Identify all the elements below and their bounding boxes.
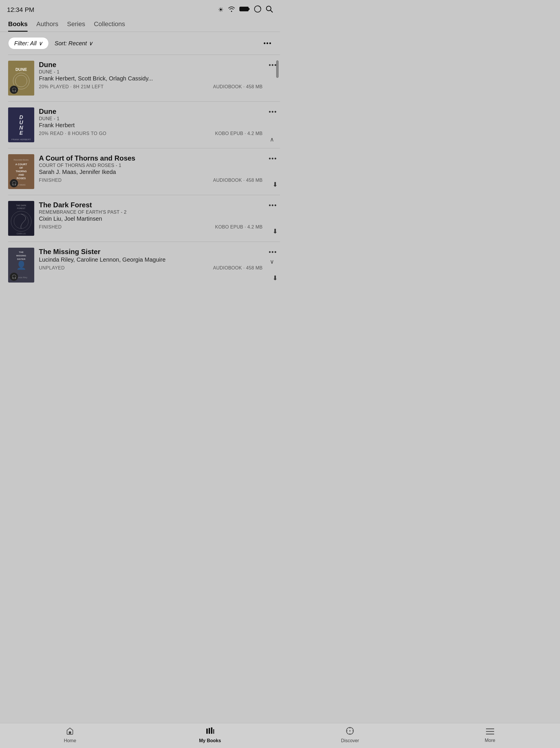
book-format-dune-epub: KOBO EPUB · 4.2 MB [215,131,263,136]
book-series-dark-forest: REMEMBRANCE OF EARTH'S PAST - 2 [39,210,263,215]
book-format-missing-sister: AUDIOBOOK · 458 MB [213,265,263,271]
book-item-missing-sister[interactable]: THE MISSING SISTER 👤 Lucinda Riley 🎧 The… [8,241,280,288]
nav-tabs: Books Authors Series Collections [0,18,280,32]
book-meta-dune-audio: 20% PLAYED · 8H 21M LEFT AUDIOBOOK · 458… [39,84,263,89]
book-item-dune-epub[interactable]: D U N E FRANK HERBERT Dune DUNE - 1 Fran… [8,101,280,148]
sort-button[interactable]: Sort: Recent ∨ [54,40,93,47]
book-info-dune-audio: Dune DUNE - 1 Frank Herbert, Scott Brick… [39,61,263,89]
book-title-dark-forest: The Dark Forest [39,201,263,209]
book-cover-missing-sister: THE MISSING SISTER 👤 Lucinda Riley 🎧 [8,248,34,283]
svg-text:CIXIN LIU: CIXIN LIU [17,233,26,235]
book-list: DUNE 🎧 Dune DUNE - 1 Frank Herbert, Scot… [0,54,280,288]
svg-text:OF: OF [20,166,23,169]
book-status-dune-epub: 20% READ · 8 HOURS TO GO [39,131,106,136]
book-author-dark-forest: Cixin Liu, Joel Martinsen [39,215,263,222]
svg-text:FRANK HERBERT: FRANK HERBERT [11,138,31,141]
book-cover-dark-forest: THE DARK FOREST CIXIN LIU [8,201,34,236]
svg-text:MISSING: MISSING [16,254,26,257]
book-cover-dune-audio: DUNE 🎧 [8,61,34,96]
tab-authors[interactable]: Authors [36,20,58,32]
book-format-dune-audio: AUDIOBOOK · 458 MB [213,84,263,89]
book-author-missing-sister: Lucinda Riley, Caroline Lennon, Georgia … [39,256,263,263]
svg-text:👤: 👤 [16,260,26,270]
svg-text:FOREST: FOREST [17,207,26,209]
book-info-dark-forest: The Dark Forest REMEMBRANCE OF EARTH'S P… [39,201,263,230]
filter-row: Filter: All ∨ Sort: Recent ∨ ••• [0,32,280,54]
sort-label: Sort: Recent [54,40,87,47]
tab-series[interactable]: Series [67,20,85,32]
book-author-acotar: Sarah J. Maas, Jennifer Ikeda [39,169,263,176]
svg-rect-0 [240,7,248,11]
status-bar: 12:34 PM ☀ [0,0,280,18]
book-series-acotar: COURT OF THORNS AND ROSES - 1 [39,163,263,168]
tab-books[interactable]: Books [8,20,28,32]
book-info-acotar: A Court of Thorns and Roses COURT OF THO… [39,154,263,183]
filter-label: Filter: All [14,40,36,47]
book-format-acotar: AUDIOBOOK · 458 MB [213,178,263,183]
book-item-dark-forest[interactable]: THE DARK FOREST CIXIN LIU The Dark Fores… [8,195,280,241]
search-icon[interactable] [266,5,273,15]
book-item-acotar[interactable]: Recorded Books A COURT OF THORNS AND ROS… [8,148,280,195]
svg-text:AND: AND [18,173,24,176]
book-author-dune-audio: Frank Herbert, Scott Brick, Orlagh Cassi… [39,75,263,82]
audio-badge-dune: 🎧 [10,86,18,94]
book-format-dark-forest: KOBO EPUB · 4.2 MB [215,225,263,230]
svg-text:E: E [20,130,23,136]
svg-text:D: D [20,114,23,120]
filter-chevron-icon: ∨ [38,40,43,47]
svg-text:THE: THE [19,251,24,254]
book-author-dune-epub: Frank Herbert [39,122,263,128]
book-meta-dark-forest: FINISHED KOBO EPUB · 4.2 MB [39,225,263,230]
book-info-dune-epub: Dune DUNE - 1 Frank Herbert 20% READ · 8… [39,108,263,136]
book-status-acotar: FINISHED [39,178,62,183]
book-item-dune-audio[interactable]: DUNE 🎧 Dune DUNE - 1 Frank Herbert, Scot… [8,54,280,101]
book-status-dune-audio: 20% PLAYED · 8H 21M LEFT [39,84,104,89]
status-icons: ☀ [218,5,273,15]
svg-line-4 [270,10,272,12]
svg-text:A COURT: A COURT [16,163,27,166]
audio-badge-missing-sister: 🎧 [10,273,18,281]
more-options-button[interactable]: ••• [264,40,272,47]
svg-rect-1 [248,8,249,10]
book-series-dune-epub: DUNE - 1 [39,116,263,121]
book-status-dark-forest: FINISHED [39,225,62,230]
svg-text:N: N [20,125,24,131]
sort-chevron-icon: ∨ [89,40,93,47]
chevron-up-icon[interactable]: ∧ [270,136,274,143]
book-cover-dune-epub: D U N E FRANK HERBERT [8,108,34,142]
book-series-dune-audio: DUNE - 1 [39,69,263,75]
book-title-dune-epub: Dune [39,108,263,116]
brightness-icon: ☀ [218,6,224,14]
svg-text:SISTER: SISTER [17,258,26,260]
status-time: 12:34 PM [7,6,34,14]
svg-text:SJ MAAS: SJ MAAS [17,184,26,186]
sync-icon[interactable] [254,5,262,15]
book-title-acotar: A Court of Thorns and Roses [39,154,263,162]
book-cover-acotar: Recorded Books A COURT OF THORNS AND ROS… [8,154,34,189]
wifi-icon [228,6,235,14]
battery-icon [239,6,250,14]
audio-badge-acotar: 🎧 [10,179,18,187]
book-status-missing-sister: UNPLAYED [39,265,65,271]
book-title-dune-audio: Dune [39,61,263,69]
filter-button[interactable]: Filter: All ∨ [8,37,49,49]
scrollbar-thumb[interactable] [276,61,278,78]
svg-text:THORNS: THORNS [16,170,27,173]
svg-text:Recorded Books: Recorded Books [14,159,29,161]
svg-text:ROSES: ROSES [17,177,26,180]
book-title-missing-sister: The Missing Sister [39,248,263,256]
svg-text:U: U [20,120,24,125]
svg-text:DUNE: DUNE [16,67,27,72]
book-meta-dune-epub: 20% READ · 8 HOURS TO GO KOBO EPUB · 4.2… [39,131,263,136]
tab-collections[interactable]: Collections [94,20,125,32]
scrollbar-track [275,54,280,288]
book-info-missing-sister: The Missing Sister Lucinda Riley, Caroli… [39,248,263,271]
book-meta-acotar: FINISHED AUDIOBOOK · 458 MB [39,178,263,183]
book-meta-missing-sister: UNPLAYED AUDIOBOOK · 458 MB [39,265,263,271]
chevron-down-icon[interactable]: ∨ [270,258,274,265]
svg-text:THE DARK: THE DARK [16,205,26,207]
